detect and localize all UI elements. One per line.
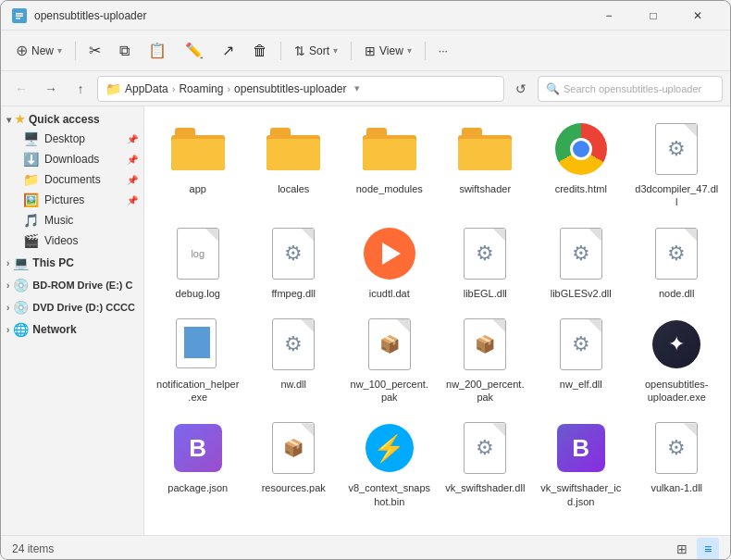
- bdrom-header[interactable]: › 💿 BD-ROM Drive (E:) C: [1, 275, 143, 295]
- dll-icon: ⚙: [464, 422, 506, 474]
- file-item[interactable]: ⚡ v8_context_snapshot.bin: [343, 413, 436, 514]
- new-chevron-icon: ▾: [57, 45, 62, 56]
- more-button[interactable]: ···: [431, 36, 455, 66]
- file-icon-container: 📦: [455, 315, 514, 374]
- rename-button[interactable]: ✏️: [178, 36, 211, 66]
- grid-view-button[interactable]: ⊞: [671, 538, 693, 560]
- cut-button[interactable]: ✂: [81, 36, 108, 66]
- file-name: resources.pak: [262, 481, 326, 494]
- file-item[interactable]: B package.json: [152, 413, 244, 514]
- sidebar-item-music[interactable]: 🎵 Music: [1, 210, 143, 230]
- file-item[interactable]: ⚙ vulkan-1.dll: [631, 413, 724, 514]
- file-item[interactable]: locales: [248, 114, 341, 215]
- file-item[interactable]: icudtl.dat: [343, 218, 436, 305]
- file-item[interactable]: 📦 nw_200_percent.pak: [440, 309, 532, 410]
- sort-chevron-icon: ▾: [333, 45, 338, 56]
- view-controls: ⊞ ≡: [671, 538, 719, 560]
- network-chevron-icon: ›: [6, 325, 9, 335]
- share-button[interactable]: ↗: [215, 36, 242, 66]
- file-item[interactable]: log debug.log: [152, 218, 244, 305]
- paste-button[interactable]: 📋: [141, 36, 174, 66]
- quick-access-chevron-icon: ▾: [6, 115, 11, 125]
- sidebar-item-videos[interactable]: 🎬 Videos: [1, 230, 143, 251]
- new-button[interactable]: ⊕ New ▾: [8, 36, 69, 66]
- dvd-header[interactable]: › 💿 DVD Drive (D:) CCCC: [1, 297, 143, 317]
- back-button[interactable]: ←: [8, 76, 34, 102]
- copy-button[interactable]: ⧉: [112, 36, 137, 66]
- status-bar: 24 items ⊞ ≡: [1, 535, 730, 560]
- delete-icon: 🗑: [253, 43, 267, 59]
- file-area: app locales node_modules swiftshader: [144, 106, 730, 535]
- network-header[interactable]: › 🌐 Network: [1, 319, 143, 340]
- file-item[interactable]: ✦ opensubtitles-uploader.exe: [631, 309, 724, 410]
- bdrom-label: BD-ROM Drive (E:) C: [32, 280, 132, 291]
- file-name: vulkan-1.dll: [650, 481, 702, 494]
- file-item[interactable]: ⚙ nw_elf.dll: [535, 309, 627, 410]
- file-item[interactable]: ⚙ libEGL.dll: [440, 218, 532, 305]
- file-item[interactable]: node_modules: [343, 114, 436, 215]
- view-button[interactable]: ⊞ View ▾: [357, 36, 419, 66]
- sidebar-item-documents-label: Documents: [44, 173, 101, 186]
- rename-icon: ✏️: [185, 42, 204, 59]
- file-name: nw_200_percent.pak: [443, 378, 527, 404]
- folder-icon: [458, 128, 512, 170]
- file-item[interactable]: app: [152, 114, 244, 215]
- file-item[interactable]: swiftshader: [440, 114, 532, 215]
- sort-button[interactable]: ⇅ Sort ▾: [287, 36, 345, 66]
- file-item[interactable]: 📦 resources.pak: [248, 413, 341, 514]
- file-item[interactable]: ⚙ d3dcompiler_47.dll: [631, 114, 724, 215]
- new-icon: ⊕: [16, 42, 28, 59]
- file-item[interactable]: credits.html: [535, 114, 627, 215]
- window-title: opensubtitles-uploader: [34, 9, 588, 22]
- minimize-button[interactable]: −: [588, 1, 630, 31]
- breadcrumb-current: opensubtitles-uploader: [234, 82, 346, 95]
- file-icon-container: ✦: [647, 315, 706, 374]
- file-name: nw_100_percent.pak: [348, 378, 431, 404]
- exe-notif-icon: [176, 318, 220, 370]
- dll-icon: ⚙: [560, 228, 602, 280]
- search-icon: 🔍: [546, 82, 560, 95]
- separator-2: [280, 42, 281, 60]
- dat-icon: [364, 228, 415, 280]
- log-icon: log: [177, 228, 219, 280]
- sidebar-item-downloads[interactable]: ⬇️ Downloads 📌: [1, 149, 143, 169]
- close-button[interactable]: ✕: [676, 1, 719, 31]
- file-item[interactable]: B vk_swiftshader_icd.json: [535, 413, 627, 514]
- sidebar-item-desktop-label: Desktop: [44, 132, 85, 145]
- forward-button[interactable]: →: [38, 76, 64, 102]
- file-name: v8_context_snapshot.bin: [348, 481, 431, 508]
- list-view-button[interactable]: ≡: [697, 538, 719, 560]
- file-item[interactable]: 📦 nw_100_percent.pak: [343, 309, 436, 410]
- bdrom-section: › 💿 BD-ROM Drive (E:) C: [1, 275, 143, 295]
- pictures-icon: 🖼️: [23, 193, 39, 207]
- file-item[interactable]: ⚙ ffmpeg.dll: [248, 218, 341, 305]
- quick-access-header[interactable]: ▾ ★ Quick access: [1, 110, 143, 129]
- maximize-button[interactable]: □: [632, 1, 675, 31]
- sidebar-item-desktop[interactable]: 🖥️ Desktop 📌: [1, 129, 143, 149]
- dll-icon: ⚙: [272, 318, 315, 370]
- folder-icon: [266, 128, 320, 170]
- file-item[interactable]: ⚙ node.dll: [631, 218, 724, 305]
- folder-icon: [171, 128, 225, 170]
- file-icon-container: ⚙: [551, 224, 611, 283]
- file-item[interactable]: ⚙ libGLESv2.dll: [535, 218, 627, 305]
- search-box[interactable]: 🔍 Search opensubtitles-uploader: [538, 76, 723, 102]
- sidebar-item-pictures[interactable]: 🖼️ Pictures 📌: [1, 190, 143, 210]
- svg-rect-3: [16, 18, 20, 19]
- file-name: libEGL.dll: [464, 287, 507, 300]
- sidebar-item-documents[interactable]: 📁 Documents 📌: [1, 169, 143, 190]
- v8-icon: ⚡: [366, 424, 414, 472]
- delete-button[interactable]: 🗑: [245, 36, 275, 66]
- file-icon-container: B: [551, 418, 611, 478]
- pin-icon-4: 📌: [127, 195, 138, 205]
- file-item[interactable]: notification_helper.exe: [152, 309, 244, 410]
- bbedit-purple-icon: B: [557, 424, 605, 472]
- file-item[interactable]: ⚙ vk_swiftshader.dll: [440, 413, 532, 514]
- thispc-header[interactable]: › 💻 This PC: [1, 253, 143, 273]
- up-button[interactable]: ↑: [68, 76, 93, 102]
- file-item[interactable]: ⚙ nw.dll: [248, 309, 341, 410]
- refresh-button[interactable]: ↺: [508, 76, 534, 102]
- breadcrumb[interactable]: 📁 AppData › Roaming › opensubtitles-uplo…: [97, 76, 504, 102]
- file-name: debug.log: [176, 287, 220, 300]
- svg-rect-1: [16, 13, 23, 15]
